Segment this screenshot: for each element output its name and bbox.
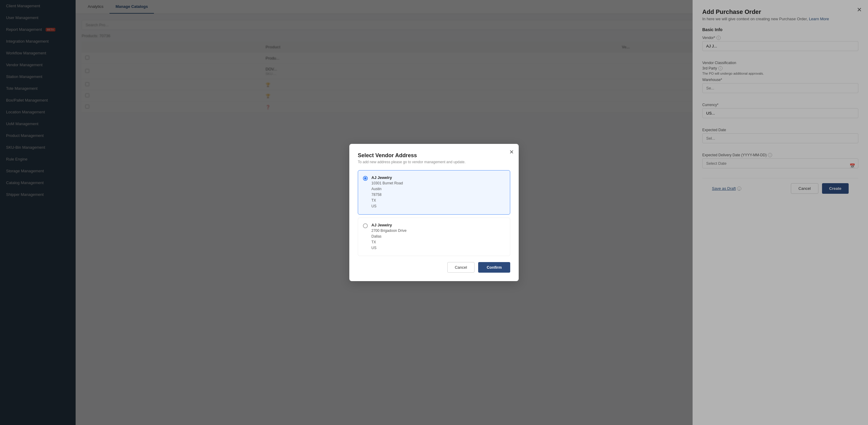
- address-name-2: AJ Jewelry: [371, 223, 406, 227]
- address-option-1[interactable]: AJ Jewelry10301 Burnet RoadAustin78758TX…: [358, 170, 510, 215]
- modal-cancel-button[interactable]: Cancel: [447, 262, 474, 273]
- address-radio-1: [363, 176, 368, 181]
- modal-close-button[interactable]: ✕: [509, 149, 514, 155]
- modal-footer: Cancel Confirm: [358, 262, 510, 273]
- modal-title: Select Vendor Address: [358, 152, 510, 159]
- address-detail-1: 10301 Burnet RoadAustin78758TXUS: [371, 181, 403, 209]
- vendor-address-modal: ✕ Select Vendor Address To add new addre…: [349, 144, 519, 282]
- modal-confirm-button[interactable]: Confirm: [478, 262, 510, 273]
- address-option-2[interactable]: AJ Jewelry2700 Brigadoon DriveDallasTXUS: [358, 218, 510, 256]
- modal-subtitle: To add new address please go to vendor m…: [358, 160, 510, 164]
- address-radio-2: [363, 223, 368, 228]
- address-name-1: AJ Jewelry: [371, 175, 403, 180]
- address-detail-2: 2700 Brigadoon DriveDallasTXUS: [371, 228, 406, 251]
- modal-backdrop: ✕ Select Vendor Address To add new addre…: [0, 0, 868, 425]
- address-list: AJ Jewelry10301 Burnet RoadAustin78758TX…: [358, 170, 510, 256]
